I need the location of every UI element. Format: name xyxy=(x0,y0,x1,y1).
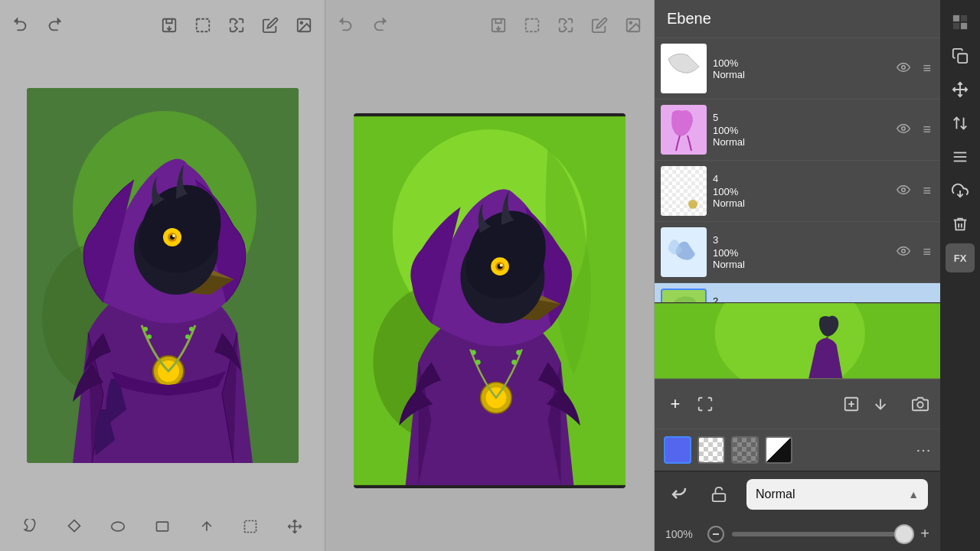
layer-info-5: 5 100% Normal xyxy=(713,112,887,148)
svg-point-14 xyxy=(143,327,148,331)
svg-rect-48 xyxy=(661,166,707,216)
add-group-button[interactable] xyxy=(841,393,862,415)
layer-blend-4: Normal xyxy=(713,197,887,209)
flatten-button[interactable] xyxy=(870,393,891,415)
flip-button[interactable] xyxy=(946,109,975,138)
select-button-left[interactable] xyxy=(191,14,214,37)
checker-grid-button[interactable] xyxy=(946,8,975,37)
svg-point-38 xyxy=(516,350,521,355)
svg-point-33 xyxy=(500,263,503,266)
redo-button-mid[interactable] xyxy=(368,14,391,37)
svg-point-52 xyxy=(902,249,906,253)
middle-canvas-panel xyxy=(325,0,655,551)
swatch-checker[interactable] xyxy=(697,436,725,464)
transform-button-left[interactable] xyxy=(225,14,248,37)
layer-thumb-top xyxy=(661,44,707,93)
move-tool[interactable] xyxy=(283,515,306,538)
redo-button[interactable] xyxy=(43,14,66,37)
add-layer-button[interactable]: + xyxy=(664,393,687,416)
export-button-mid[interactable] xyxy=(622,14,645,37)
pen-button-mid[interactable] xyxy=(588,14,611,37)
back-arrow-button[interactable] xyxy=(667,482,691,507)
merge-layers-button[interactable] xyxy=(694,393,716,415)
layer-number-2: 2 xyxy=(713,295,887,302)
move-all-button[interactable] xyxy=(946,75,975,104)
middle-toolbar-top xyxy=(325,0,654,50)
layer-thumb-5 xyxy=(661,105,707,155)
swatch-dark[interactable] xyxy=(731,436,759,464)
pen-button-left[interactable] xyxy=(259,14,282,37)
blend-mode-dropdown[interactable]: Normal ▲ xyxy=(746,479,928,510)
fx-button[interactable]: FX xyxy=(946,243,975,272)
layer-number-3: 3 xyxy=(713,234,887,246)
swatch-blue[interactable] xyxy=(664,436,691,464)
opacity-slider[interactable] xyxy=(732,532,913,536)
svg-point-18 xyxy=(112,522,125,531)
layer-menu-top[interactable]: ≡ xyxy=(920,57,934,80)
layer-menu-5[interactable]: ≡ xyxy=(920,119,934,141)
layers-title: Ebene xyxy=(667,10,711,28)
layer-menu-3[interactable]: ≡ xyxy=(920,241,934,263)
svg-point-49 xyxy=(688,200,697,209)
layer-info-3: 3 100% Normal xyxy=(713,234,887,270)
lock-button[interactable] xyxy=(707,482,731,507)
layer-opacity-3: 100% xyxy=(713,247,887,259)
layer-thumb-2 xyxy=(661,289,707,302)
layers-header: Ebene xyxy=(655,0,940,38)
save-button-left[interactable] xyxy=(158,14,181,37)
opacity-plus-button[interactable]: + xyxy=(920,525,929,543)
layer-visibility-5[interactable] xyxy=(893,120,913,140)
transform-button-mid[interactable] xyxy=(554,14,577,37)
layer-item-top[interactable]: 100% Normal ≡ xyxy=(655,38,940,99)
undo-button[interactable] xyxy=(9,14,32,37)
ellipse-tool[interactable] xyxy=(106,515,129,538)
svg-point-25 xyxy=(629,21,632,24)
opacity-bar: 100% + xyxy=(655,517,940,551)
layer-item-2[interactable]: 2 100% Normal ≡ xyxy=(655,283,940,302)
svg-rect-70 xyxy=(961,23,967,29)
more-options-button[interactable]: ⋯ xyxy=(916,441,931,459)
left-toolbar-bottom xyxy=(0,501,325,551)
svg-point-37 xyxy=(475,359,481,364)
middle-canvas[interactable] xyxy=(354,113,626,488)
layer-info-top: 100% Normal xyxy=(713,57,887,80)
sort-layers-button[interactable] xyxy=(946,142,975,171)
delete-button[interactable] xyxy=(946,210,975,239)
save-button-mid[interactable] xyxy=(487,14,510,37)
svg-point-39 xyxy=(511,359,517,364)
opacity-slider-thumb[interactable] xyxy=(894,524,914,544)
blend-mode-label: Normal xyxy=(756,487,795,501)
brush-tool[interactable] xyxy=(18,515,41,538)
select-button-mid[interactable] xyxy=(521,14,544,37)
fill-tool[interactable] xyxy=(63,515,86,538)
layer-visibility-top[interactable] xyxy=(893,59,913,79)
svg-point-64 xyxy=(917,402,923,407)
layer-number-4: 4 xyxy=(713,173,887,184)
layer-visibility-3[interactable] xyxy=(893,243,913,262)
arrow-tool[interactable] xyxy=(195,515,218,538)
left-canvas[interactable] xyxy=(27,88,299,463)
select-tool[interactable] xyxy=(239,515,262,538)
layer-item-3[interactable]: 3 100% Normal ≡ xyxy=(655,222,940,283)
copy-button[interactable] xyxy=(946,41,975,70)
color-swatches-bar: ⋯ xyxy=(655,429,940,471)
undo-button-mid[interactable] xyxy=(335,14,358,37)
svg-rect-68 xyxy=(961,15,967,21)
layer-menu-4[interactable]: ≡ xyxy=(920,180,934,202)
svg-point-50 xyxy=(902,187,906,191)
layer-blend-5: Normal xyxy=(713,136,887,148)
camera-button[interactable] xyxy=(910,393,931,415)
opacity-minus-button[interactable] xyxy=(707,526,724,543)
export-button-left[interactable] xyxy=(292,14,315,37)
svg-rect-71 xyxy=(958,54,967,63)
layer-blend-top: Normal xyxy=(713,69,887,80)
rect-tool[interactable] xyxy=(151,515,174,538)
swatch-half[interactable] xyxy=(765,436,792,464)
layer-item-4[interactable]: 4 100% Normal ≡ xyxy=(655,161,940,222)
mode-bar: Normal ▲ xyxy=(655,471,940,517)
download-button[interactable] xyxy=(946,176,975,205)
left-canvas-panel xyxy=(0,0,325,551)
blend-mode-arrow: ▲ xyxy=(908,488,919,500)
layer-item-5[interactable]: 5 100% Normal ≡ xyxy=(655,99,940,161)
layer-visibility-4[interactable] xyxy=(893,181,913,201)
